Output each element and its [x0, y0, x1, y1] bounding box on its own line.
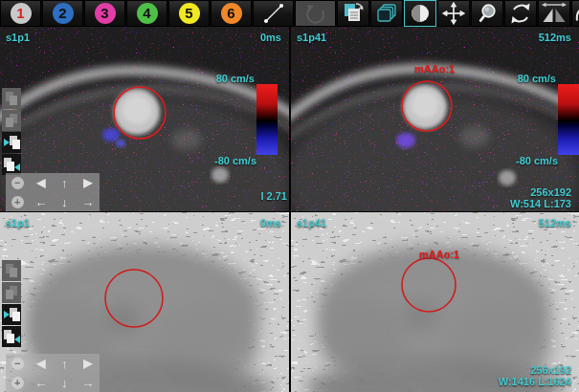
- phase-set-2-button[interactable]: 2: [42, 0, 83, 27]
- arrow-up-icon: ↑: [61, 176, 68, 190]
- last-phase-button[interactable]: [2, 282, 21, 303]
- series-phase-label: s1p41: [297, 32, 326, 43]
- undo-icon: [304, 2, 327, 25]
- circle-minus-icon: −: [11, 177, 24, 189]
- window-level-label: W:514 L:173: [510, 198, 571, 209]
- first-phase-icon: [2, 260, 21, 281]
- copy-prev-icon: [2, 326, 21, 347]
- copy-to-prev-button[interactable]: [2, 154, 21, 175]
- pan-zoom-pad: − ◀ ↑ ▶ + ← ↓ →: [6, 354, 100, 392]
- pan-up-button[interactable]: ↑: [53, 354, 77, 373]
- colorbar-min-label: -80 cm/s: [214, 155, 256, 166]
- trigger-time-label: 0ms: [260, 32, 281, 43]
- image-nav-column: [2, 88, 21, 175]
- flip-horizontal-button[interactable]: [538, 0, 570, 27]
- layer-stack-button[interactable]: [370, 0, 403, 27]
- step-back-button[interactable]: ◀: [30, 173, 54, 192]
- panel-phase-image-phase41[interactable]: s1p41 512ms mAAo:1 256x192 W:1416 L:1624: [291, 212, 579, 392]
- first-phase-button[interactable]: [2, 88, 21, 109]
- pan-right-button[interactable]: →: [77, 192, 100, 211]
- last-phase-button[interactable]: [2, 110, 21, 131]
- phase-set-1-button[interactable]: 1: [0, 0, 41, 27]
- velocity-colorbar: [256, 84, 278, 155]
- image-nav-column: [2, 260, 21, 347]
- pan-left-button[interactable]: ←: [30, 373, 54, 392]
- series-phase-label: s1p1: [6, 217, 30, 229]
- copy-next-icon: [2, 304, 21, 325]
- last-phase-icon: [2, 110, 21, 131]
- rotate-sync-icon: [508, 1, 533, 26]
- image-viewport-grid: s1p1 0ms 80 cm/s -80 cm/s I 2.71: [0, 27, 579, 392]
- step-back-button[interactable]: ◀: [30, 354, 54, 373]
- trigger-time-label: 512ms: [539, 217, 571, 229]
- copy-next-icon: [2, 132, 21, 153]
- contrast-icon: [409, 2, 432, 25]
- first-phase-button[interactable]: [2, 260, 21, 281]
- triangle-right-icon: ▶: [83, 176, 92, 189]
- step-forward-button[interactable]: ▶: [77, 354, 100, 373]
- line-measure-icon: [262, 2, 285, 25]
- circle-minus-icon: −: [11, 358, 24, 370]
- roi-name-label: mAAo:1: [419, 249, 459, 260]
- line-measure-button[interactable]: [253, 0, 294, 27]
- step-forward-button[interactable]: ▶: [77, 173, 100, 192]
- trigger-time-label: 0ms: [260, 217, 281, 229]
- phase-set-4-button[interactable]: 4: [126, 0, 167, 27]
- arrow-left-icon: ←: [34, 195, 47, 209]
- copy-prev-icon: [2, 154, 21, 175]
- zoom-out-button[interactable]: −: [6, 173, 30, 192]
- numbered-circle-4: 4: [137, 3, 158, 24]
- numbered-circle-3: 3: [95, 3, 116, 24]
- copy-to-prev-button[interactable]: [2, 326, 21, 347]
- pan-zoom-pad: − ◀ ↑ ▶ + ← ↓ →: [6, 173, 100, 211]
- colorbar-max-label: 80 cm/s: [216, 73, 255, 84]
- pan-down-button[interactable]: ↓: [53, 373, 77, 392]
- trigger-time-label: 512ms: [539, 32, 571, 43]
- panel-magnitude-phase41[interactable]: s1p41 512ms mAAo:1 80 cm/s -80 cm/s 256x…: [291, 27, 579, 211]
- circle-plus-icon: +: [11, 377, 24, 389]
- pan-left-button[interactable]: ←: [30, 192, 54, 211]
- pan-up-button[interactable]: ↑: [53, 173, 77, 192]
- zoom-in-button[interactable]: +: [6, 192, 30, 211]
- zoom-out-button[interactable]: −: [6, 354, 30, 373]
- roi-name-label: mAAo:1: [414, 63, 455, 75]
- pan-arrows-icon: [442, 2, 465, 25]
- panel-magnitude-phase1[interactable]: s1p1 0ms 80 cm/s -80 cm/s I 2.71: [0, 27, 289, 211]
- series-phase-label: s1p41: [297, 217, 326, 229]
- phase-set-3-button[interactable]: 3: [84, 0, 125, 27]
- magnitude-image-phase41[interactable]: [291, 27, 579, 211]
- undo-button[interactable]: [295, 0, 336, 27]
- pan-right-button[interactable]: →: [77, 373, 100, 392]
- arrow-left-icon: ←: [34, 376, 47, 390]
- triangle-left-icon: ◀: [36, 357, 45, 370]
- measurement-value-label: I 2.71: [260, 190, 287, 202]
- phase-set-6-button[interactable]: 6: [211, 0, 252, 27]
- copy-annotations-button[interactable]: [337, 0, 369, 27]
- rotate-sync-button[interactable]: [504, 0, 537, 27]
- zoom-in-button[interactable]: +: [6, 373, 30, 392]
- arrow-down-icon: ↓: [61, 195, 68, 209]
- arrow-right-icon: →: [81, 376, 94, 390]
- arrow-right-icon: →: [81, 195, 94, 209]
- first-phase-icon: [2, 88, 21, 109]
- image-info-block: 256x192 W:1416 L:1624: [499, 364, 571, 387]
- colorbar-max-label: 80 cm/s: [518, 73, 556, 84]
- colorbar-min-label: -80 cm/s: [516, 155, 558, 166]
- numbered-circle-5: 5: [179, 3, 200, 24]
- contrast-button[interactable]: [404, 0, 436, 27]
- zoom-button[interactable]: [471, 0, 503, 27]
- copy-pages-icon: [341, 1, 366, 26]
- numbered-circle-6: 6: [221, 3, 242, 24]
- pan-button[interactable]: [437, 0, 470, 27]
- pan-down-button[interactable]: ↓: [53, 192, 77, 211]
- arrow-up-icon: ↑: [61, 357, 68, 371]
- cut-off-tool-button[interactable]: [571, 0, 579, 27]
- copy-to-next-button[interactable]: [2, 132, 21, 153]
- last-phase-icon: [2, 282, 21, 303]
- triangle-left-icon: ◀: [36, 176, 45, 189]
- window-level-label: W:1416 L:1624: [499, 376, 571, 387]
- copy-to-next-button[interactable]: [2, 304, 21, 325]
- phase-set-5-button[interactable]: 5: [168, 0, 210, 27]
- panel-phase-image-phase1[interactable]: s1p1 0ms: [0, 212, 289, 392]
- toolbar: 1 2 3 4 5 6: [0, 0, 579, 27]
